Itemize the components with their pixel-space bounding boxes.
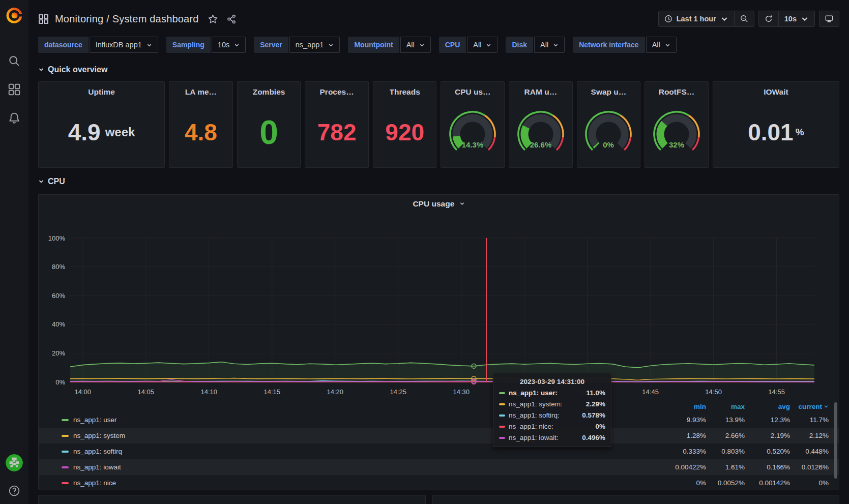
dashboard-title[interactable]: Monitoring / System dashboard: [55, 13, 199, 25]
stat-panel-title[interactable]: LA me…: [185, 82, 217, 97]
legend-sort-avg[interactable]: avg: [745, 403, 790, 410]
chevron-down-icon: [328, 42, 334, 48]
toolbar-right: Last 1 hour: [658, 11, 839, 27]
svg-text:14:45: 14:45: [642, 388, 659, 396]
user-avatar[interactable]: [6, 454, 23, 471]
series-color-swatch: [499, 392, 505, 394]
legend-min-value: 9.93%: [663, 416, 706, 424]
time-range-picker[interactable]: Last 1 hour: [659, 11, 734, 26]
tooltip-row-nsappiowait: ns_app1: iowait:0.496%: [499, 434, 605, 441]
variable-label: Network interface: [573, 37, 645, 53]
variable-sampling: Sampling10s: [166, 37, 246, 53]
legend-series-toggle[interactable]: ns_app1: nice: [62, 479, 663, 487]
legend-series-toggle[interactable]: ns_app1: softirq: [62, 448, 663, 455]
legend-avg-value: 0.166%: [745, 463, 790, 471]
variable-label: Disk: [506, 37, 533, 53]
stat-panel-body: 4.8: [169, 97, 232, 167]
stat-panel-title[interactable]: Threads: [390, 82, 420, 97]
stat-value: 4.8: [185, 118, 217, 146]
stat-panel-title[interactable]: Zombies: [253, 82, 285, 97]
legend-sort-max[interactable]: max: [706, 403, 745, 410]
legend-avg-value: 0.520%: [745, 448, 790, 455]
stat-panel-title[interactable]: Proces…: [320, 82, 354, 97]
sort-chevron-icon: [824, 404, 829, 409]
share-icon[interactable]: [227, 14, 237, 24]
svg-text:0%: 0%: [55, 378, 65, 386]
cycle-view-mode-button[interactable]: [819, 11, 839, 26]
tooltip-series-name: ns_app1: user:: [509, 389, 558, 397]
legend-row-iowait: ns_app1: iowait0.00422%1.61%0.166%0.0126…: [39, 459, 839, 475]
chevron-down-icon: [419, 42, 425, 48]
svg-text:60%: 60%: [52, 292, 65, 300]
variable-value-dropdown[interactable]: ns_app1: [289, 37, 340, 53]
tooltip-row-nsappsoftirq: ns_app1: softirq:0.578%: [499, 411, 605, 419]
stat-panel-body: 782: [305, 97, 368, 167]
stat-value: 782: [317, 118, 357, 146]
legend-sort-min[interactable]: min: [663, 403, 706, 410]
variable-network-interface: Network interfaceAll: [573, 37, 677, 53]
variable-value-dropdown[interactable]: 10s: [212, 37, 246, 53]
section-quick-overview[interactable]: Quick overview: [38, 65, 839, 74]
cpu-usage-chart[interactable]: 0%20%40%60%80%100%14:0014:0514:1014:1514…: [39, 215, 839, 401]
stat-unit: %: [796, 127, 804, 138]
chevron-down-icon: [720, 15, 728, 23]
stat-value: 0.01: [748, 118, 794, 146]
stat-panel-body: 4.9week: [39, 97, 164, 167]
grafana-logo-icon[interactable]: [5, 6, 24, 25]
legend-series-toggle[interactable]: ns_app1: iowait: [62, 463, 663, 471]
main-content: Monitoring / System dashboard: [28, 0, 849, 504]
tooltip-series-value: 11.0%: [586, 389, 605, 397]
legend-max-value: 13.9%: [706, 416, 745, 424]
variable-value-dropdown[interactable]: All: [467, 37, 497, 53]
chevron-down-icon: [38, 67, 44, 73]
variable-mountpoint: MountpointAll: [348, 37, 430, 53]
variable-label: CPU: [439, 37, 466, 53]
stat-panel-title[interactable]: RootFS…: [659, 82, 695, 97]
variable-disk: DiskAll: [506, 37, 565, 53]
section-cpu[interactable]: CPU: [38, 177, 839, 186]
series-color-swatch: [499, 426, 505, 428]
tooltip-series-name: ns_app1: nice:: [509, 423, 553, 430]
stat-panel-title[interactable]: CPU us…: [455, 82, 491, 97]
zoom-out-button[interactable]: [734, 11, 754, 26]
stat-panel-title[interactable]: IOWait: [764, 82, 788, 97]
dashboard-topbar: Monitoring / System dashboard: [38, 0, 839, 33]
variable-value-dropdown[interactable]: All: [534, 37, 565, 53]
legend-scrollbar[interactable]: [834, 402, 837, 479]
stat-panel-title[interactable]: RAM u…: [524, 82, 558, 97]
help-icon[interactable]: [8, 485, 20, 497]
tooltip-series-name: ns_app1: system:: [509, 400, 563, 408]
series-name: ns_app1: softirq: [73, 448, 122, 455]
search-icon[interactable]: [8, 55, 20, 67]
stat-panel-swapu: Swap u…0%: [577, 81, 641, 168]
star-icon[interactable]: [208, 14, 218, 24]
svg-text:14:55: 14:55: [768, 388, 785, 396]
partial-panel-left: [38, 495, 426, 504]
stat-panel-title[interactable]: Uptime: [88, 82, 115, 97]
stat-value: 0: [259, 113, 278, 152]
panel-title-cpu-usage[interactable]: CPU usage: [39, 199, 839, 209]
stat-panel-uptime: Uptime4.9week: [38, 81, 165, 168]
series-name: ns_app1: user: [73, 416, 117, 424]
alerting-bell-icon[interactable]: [8, 112, 20, 124]
stat-unit: week: [105, 125, 135, 139]
stat-panel-proces: Proces…782: [305, 81, 369, 168]
variable-value-dropdown[interactable]: InfluxDB app1: [90, 37, 158, 53]
chart-tooltip: 2023-03-29 14:31:00 ns_app1: user:11.0%n…: [493, 373, 611, 447]
variable-value-dropdown[interactable]: All: [400, 37, 431, 53]
variable-value-dropdown[interactable]: All: [646, 37, 677, 53]
legend-max-value: 0.803%: [706, 448, 745, 455]
legend-min-value: 0.333%: [663, 448, 706, 455]
refresh-interval-picker[interactable]: 10s: [778, 11, 814, 26]
stat-panel-title[interactable]: Swap u…: [591, 82, 627, 97]
chevron-down-icon: [147, 42, 152, 48]
clock-icon: [664, 15, 672, 23]
refresh-button[interactable]: [759, 11, 778, 26]
dashboards-icon[interactable]: [8, 83, 20, 96]
chart-legend: minmaxavgcurrentns_app1: user9.93%13.9%1…: [39, 401, 839, 490]
variable-label: datasource: [38, 37, 89, 53]
legend-sort-current[interactable]: current: [790, 403, 829, 410]
tooltip-series-value: 0.496%: [582, 434, 605, 441]
variable-label: Sampling: [166, 37, 211, 53]
section-title: Quick overview: [48, 65, 107, 74]
